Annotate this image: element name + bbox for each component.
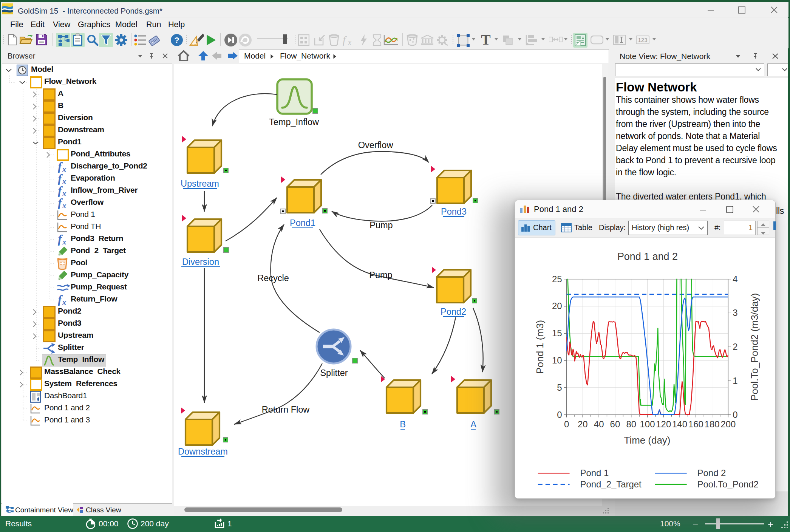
svg-text:20: 20 [578,419,588,429]
svg-text:Pond 1: Pond 1 [580,468,609,478]
svg-text:Pond_2_Target: Pond_2_Target [580,479,642,489]
svg-text:x: x [62,189,66,197]
svg-text:100: 100 [640,419,655,429]
svg-text:80: 80 [626,419,636,429]
svg-text:T: T [481,34,490,46]
svg-text:15: 15 [552,328,562,338]
svg-text:2: 2 [733,342,737,352]
svg-text:f: f [343,34,347,46]
svg-text:Pond2: Pond2 [441,307,466,317]
svg-text:0: 0 [733,410,737,420]
svg-text:60: 60 [610,419,620,429]
svg-text:Pool.To_Pond2: Pool.To_Pond2 [697,479,759,489]
svg-text:140: 140 [672,419,687,429]
svg-text:x: x [348,38,351,46]
svg-text:Pond3: Pond3 [441,207,467,217]
svg-text:x: x [62,201,66,209]
svg-text:4: 4 [733,274,737,284]
svg-text:Pond 1 and 2: Pond 1 and 2 [617,251,678,262]
svg-text:?: ? [174,36,179,45]
svg-text:3: 3 [733,308,737,318]
svg-text:Pump: Pump [369,270,392,280]
svg-text:x: x [62,298,66,306]
svg-text:Pool.To_Pond2 (m3/day): Pool.To_Pond2 (m3/day) [749,293,760,401]
svg-text:Time (day): Time (day) [624,435,671,445]
svg-text:Pond 1 (m3): Pond 1 (m3) [535,320,545,374]
svg-text:Pond 2: Pond 2 [697,468,726,478]
svg-text:20: 20 [552,301,562,311]
svg-text:Upstream: Upstream [181,179,219,189]
svg-text:Downstream: Downstream [178,447,228,456]
svg-text:120: 120 [656,419,671,429]
svg-text:160: 160 [688,419,703,429]
svg-text:200: 200 [720,419,736,429]
svg-text:40: 40 [594,419,604,429]
svg-text:180: 180 [705,419,720,429]
svg-text:0: 0 [564,419,569,429]
svg-text:Temp_Inflow: Temp_Inflow [269,117,319,127]
svg-text:Recycle: Recycle [257,273,289,283]
svg-text:x: x [62,165,66,173]
svg-text:Pond1: Pond1 [290,218,315,228]
svg-text:0: 0 [557,410,562,420]
svg-text:Splitter: Splitter [320,368,348,378]
svg-text:Return Flow: Return Flow [262,405,310,414]
svg-text:1: 1 [733,376,737,386]
svg-text:5: 5 [557,382,562,393]
svg-text:25: 25 [552,274,562,284]
svg-text:Overflow: Overflow [358,140,394,150]
svg-text:x: x [62,177,66,185]
svg-text:x: x [62,237,66,246]
svg-text:Diversion: Diversion [182,257,219,267]
svg-text:A: A [470,419,476,429]
svg-text:B: B [400,419,406,429]
svg-text:Pump: Pump [369,220,393,230]
svg-text:10: 10 [552,355,562,365]
svg-text:123: 123 [638,37,647,43]
